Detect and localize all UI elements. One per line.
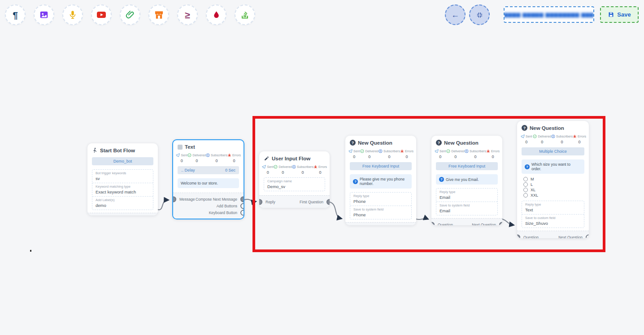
subscribers-count: 0	[388, 155, 390, 159]
input-type-pill[interactable]: Multiple Choice	[522, 147, 584, 155]
toolbar-audio-button[interactable]	[62, 4, 83, 25]
question-badge-icon: ?	[353, 179, 358, 184]
field-save-to-custom[interactable]: Save to custom field Size_Shuvo	[522, 215, 584, 228]
port-label-add-buttons: Add Buttons	[217, 204, 237, 208]
field-save-to-system[interactable]: Save to system field Email	[436, 202, 497, 215]
input-type-pill[interactable]: Free Keyboard Input	[436, 162, 498, 170]
errors-icon	[400, 149, 404, 153]
droplet-icon	[212, 10, 221, 20]
delay-bar[interactable]: .. Delay 0 Sec	[178, 166, 239, 174]
toolbar-file-button[interactable]	[120, 4, 140, 25]
campaign-fieldbox[interactable]: Campaign name Demo_sv	[264, 177, 325, 191]
port-label-keyboard-button: Keyboard Button	[209, 210, 237, 215]
wire-question1-to-question2	[416, 219, 428, 219]
sent-count: 0	[181, 159, 183, 163]
node-header: ? New Question	[345, 136, 416, 147]
port-add-buttons[interactable]	[240, 203, 244, 209]
node-footer: Reply First Question	[259, 195, 330, 208]
field-matching-type[interactable]: Keyword matching type Exact keyword matc…	[92, 183, 153, 197]
paragraph-icon: ¶	[13, 10, 18, 20]
delivered-icon	[533, 134, 537, 138]
node-start-bot-flow[interactable]: Start Bot Flow Demo_bot Bot trigger keyw…	[87, 143, 158, 215]
flow-name-input[interactable]: ▆▆▆▆ ▆▆▆▆▆ ▆▆▆▆▆▆▆▆ ▆▆▆	[504, 6, 594, 23]
node-footer: Question Next Question	[345, 222, 416, 225]
node-user-input-flow[interactable]: User Input Flow Sent0 Delivered0 Subscri…	[259, 151, 330, 208]
port-next-question[interactable]	[499, 222, 502, 225]
node-footer: Question Next Question Thankyou Message	[517, 231, 589, 238]
save-label: Save	[617, 11, 631, 18]
node-header: ? New Question	[517, 121, 589, 133]
flow-name-blurred-text: ▆▆▆▆ ▆▆▆▆▆ ▆▆▆▆▆▆▆▆ ▆▆▆	[504, 12, 594, 17]
port-next-question[interactable]	[586, 234, 589, 238]
paperclip-icon	[125, 10, 135, 20]
toolbar-stack-button[interactable]	[235, 4, 255, 25]
question-preview[interactable]: ? Please give me you phone number.	[350, 174, 412, 189]
question-preview[interactable]: ? Which size you want to order.	[522, 159, 584, 174]
errors-count: 0	[233, 159, 235, 163]
subscribers-count: 0	[215, 159, 218, 163]
subscribers-icon	[465, 149, 469, 153]
port-compose-next-message[interactable]	[240, 196, 244, 202]
option-xxl[interactable]: XXL	[517, 193, 589, 198]
port-keyboard-button[interactable]	[240, 210, 244, 215]
toolbar-condition-button[interactable]: ≥	[177, 4, 198, 25]
node-new-question-1[interactable]: ? New Question Sent0 Delivered0 Subscrib…	[345, 136, 416, 225]
errors-icon	[573, 134, 577, 138]
node-new-question-2[interactable]: ? New Question Sent0 Delivered0 Subscrib…	[431, 136, 502, 225]
port-message-in[interactable]	[172, 196, 176, 202]
radio-icon[interactable]	[523, 188, 528, 192]
subscribers-icon	[206, 153, 210, 157]
sent-icon	[348, 149, 352, 153]
input-type-pill[interactable]: Free Keyboard Input	[350, 162, 412, 170]
toolbar-ecommerce-button[interactable]	[148, 4, 169, 25]
text-block-icon	[178, 145, 183, 150]
port-question-in[interactable]	[431, 222, 435, 225]
errors-icon	[313, 165, 318, 169]
wire-start-to-text	[158, 200, 168, 210]
port-label-reply: Reply	[265, 200, 275, 204]
fit-view-button[interactable]	[469, 4, 490, 25]
stats-row: Sent0 Delivered0 Subscribers0 Errors0	[173, 151, 244, 164]
subscribers-icon	[379, 149, 383, 153]
port-question-in[interactable]	[517, 234, 520, 238]
port-label-next-question: Next Question	[558, 235, 583, 239]
stray-dot	[30, 250, 31, 252]
node-title: Text	[185, 144, 195, 150]
errors-count: 0	[492, 155, 494, 159]
message-preview[interactable]: Welcome to our store.	[178, 178, 239, 188]
field-trigger-keywords[interactable]: Bot trigger keywords sv	[92, 170, 153, 183]
question-preview[interactable]: ? Give me you Email.	[436, 174, 498, 185]
radio-icon[interactable]	[523, 193, 528, 198]
back-button[interactable]: ←	[445, 4, 466, 25]
field-reply-type[interactable]: Reply type Phone	[350, 193, 411, 206]
node-new-question-3[interactable]: ? New Question Sent0 Delivered0 Subscrib…	[517, 121, 589, 238]
port-label-next-question: Next Question	[472, 223, 496, 226]
bot-name-pill[interactable]: Demo_bot	[92, 157, 153, 165]
delivered-count: 0	[541, 140, 543, 144]
radio-icon[interactable]	[523, 177, 528, 181]
field-reply-type[interactable]: Reply type Email	[436, 189, 497, 202]
toolbar-text-button[interactable]: ¶	[5, 4, 26, 25]
option-xl[interactable]: XL	[517, 187, 589, 193]
port-first-question[interactable]	[326, 199, 330, 205]
question-fields: Reply type Phone Save to system field Ph…	[350, 192, 412, 219]
node-header: Text	[173, 140, 244, 151]
option-l[interactable]: L	[517, 182, 589, 187]
radio-icon[interactable]	[523, 182, 528, 187]
save-button[interactable]: Save	[600, 6, 639, 23]
choice-options: M L XL XXL	[517, 176, 589, 199]
toolbar-drip-button[interactable]	[206, 4, 226, 25]
field-reply-type[interactable]: Reply type Text	[522, 201, 584, 215]
port-reply-in[interactable]	[259, 199, 262, 205]
sent-icon	[435, 149, 439, 153]
option-m[interactable]: M	[517, 176, 589, 182]
toolbar-image-button[interactable]	[34, 4, 54, 25]
delivered-count: 0	[196, 159, 198, 163]
question-icon: ?	[350, 140, 356, 146]
toolbar-video-button[interactable]	[91, 4, 112, 25]
node-text[interactable]: Text Sent0 Delivered0 Subscribers0 Error…	[172, 139, 244, 219]
field-add-labels[interactable]: Add Label(s) demo	[92, 197, 153, 210]
node-header: User Input Flow	[259, 151, 330, 163]
field-save-to-system[interactable]: Save to system field Phone	[350, 206, 411, 219]
wire-userinput-to-question1	[330, 202, 341, 219]
